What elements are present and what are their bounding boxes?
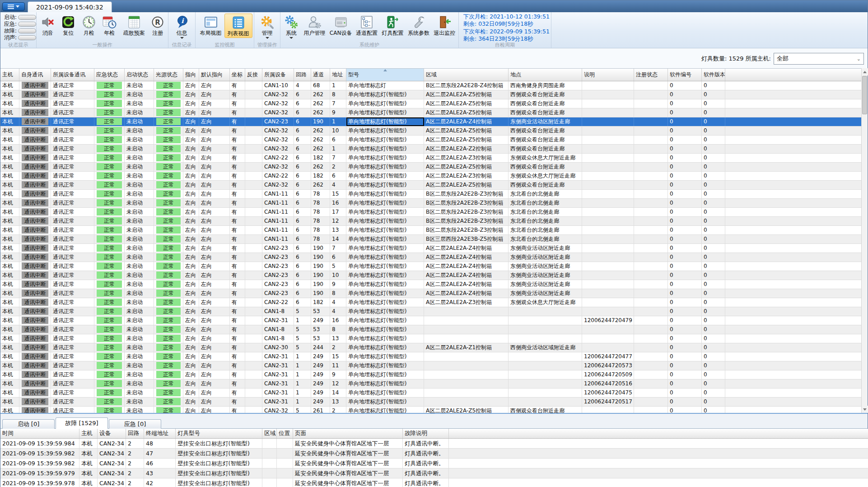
fault-column-header-device[interactable]: 设备 [98,429,126,438]
column-header-host[interactable]: 主机 [0,69,19,81]
app-menu-button[interactable] [2,2,25,11]
table-row[interactable]: 本机通讯中断通讯正常正常未启动正常左向左向有CAN2-23619010单向地埋标… [0,271,862,280]
table-row[interactable]: 本机通讯中断通讯正常正常未启动正常左向左向有CAN1-1167817单向地埋标志… [0,208,862,217]
table-row[interactable]: 本机通讯中断通讯正常正常未启动正常左向左向有CAN2-2361901单向地埋标志… [0,117,862,126]
column-header-loop[interactable]: 回路 [294,69,311,81]
table-row[interactable]: 本机通讯中断通讯正常正常未启动正常左向左向有CAN1-85534单向地埋标志灯(… [0,307,862,316]
table-row[interactable]: 本机通讯中断通讯正常正常未启动正常左向左向有CAN2-31124912单向地埋标… [0,379,862,389]
scrollbar-thumb[interactable] [862,76,867,114]
table-row[interactable]: 本机通讯中断通讯正常正常未启动正常左向左向有CAN2-32626210单向地埋标… [0,126,862,136]
column-header-light_source[interactable]: 光源状态 [154,69,183,81]
table-row[interactable]: 本机通讯中断通讯正常正常未启动正常左向左向有CAN1-855313单向地埋标志灯… [0,334,862,343]
scroll-down-button[interactable] [862,406,868,413]
column-header-model[interactable]: 型号 [346,69,424,81]
fault-row[interactable]: 2021-09-09 15:39:59.984本机CAN2-34248壁挂安全出… [0,439,868,449]
column-header-device_comm[interactable]: 所属设备通讯 [51,69,94,81]
table-row[interactable]: 本机通讯中断通讯正常正常未启动正常左向左向有CAN2-31124914单向地埋标… [0,389,862,398]
layout-view-button[interactable]: 布局视图 [197,14,224,37]
tab-fault[interactable]: 故障 [1529] [56,417,108,429]
annual-check-button[interactable]: 年检 [99,14,120,37]
fault-row[interactable]: 2021-09-09 15:39:59.982本机CAN2-34246壁挂安全出… [0,459,868,468]
table-row[interactable]: 本机通讯中断通讯正常正常未启动正常左向左向有CAN2-3052442单向地埋标志… [0,343,862,352]
column-header-note[interactable]: 说明 [582,69,634,81]
fault-column-header-area[interactable]: 区域 [262,429,277,438]
column-header-device[interactable]: 所属设备 [262,69,294,81]
column-header-addr[interactable]: 地址 [330,69,346,81]
table-row[interactable]: 本机通讯中断通讯正常正常未启动正常左向左向有CAN2-3252612单向地埋标志… [0,407,862,413]
mute-button[interactable]: 消音 [37,14,58,37]
fault-column-header-model[interactable]: 灯具型号 [176,429,262,438]
column-header-self_comm[interactable]: 自身通讯 [19,69,51,81]
fault-row[interactable]: 2021-09-09 15:39:59.979本机CAN2-34243壁挂安全出… [0,468,868,478]
table-row[interactable]: 本机通讯中断通讯正常正常未启动正常左向左向有CAN2-3262626单向地埋标志… [0,136,862,145]
datetime-tab[interactable]: 2021-09-09 15:40:32 [28,1,112,12]
table-row[interactable]: 本机通讯中断通讯正常正常未启动正常左向左向有CAN2-2261824单向地埋标志… [0,298,862,307]
fault-row[interactable]: 2021-09-09 15:39:59.982本机CAN2-34247壁挂安全出… [0,449,868,459]
fault-column-header-loop[interactable]: 回路 [126,429,144,438]
table-row[interactable]: 本机通讯中断通讯正常正常未启动正常左向左向有CAN2-31124911单向地埋标… [0,361,862,370]
table-row[interactable]: 本机通讯中断通讯正常正常未启动正常左向左向有CAN2-2361905单向地埋标志… [0,262,862,271]
table-row[interactable]: 本机通讯中断通讯正常正常未启动正常左向左向有CAN2-31124915单向地埋标… [0,352,862,361]
fault-column-header-time[interactable]: 时间 [0,429,79,438]
tab-start[interactable]: 启动 [0] [2,419,55,429]
table-row[interactable]: 本机通讯中断通讯正常正常未启动正常左向左向有CAN1-1167816单向地埋标志… [0,199,862,208]
fault-row[interactable]: 2021-09-09 15:39:59.978本机CAN2-34242壁挂安全出… [0,478,868,487]
system-params-button[interactable]: 系统参数 [406,14,431,37]
fault-column-header-desc[interactable]: 故障说明 [403,429,449,438]
exit-monitor-button[interactable]: 退出监控 [432,14,457,37]
column-header-channel[interactable]: 通道 [311,69,330,81]
table-row[interactable]: 本机通讯中断通讯正常正常未启动正常左向左向有CAN2-3262622单向地埋标志… [0,163,862,172]
fault-column-header-pos[interactable]: 位置 [277,429,293,438]
tab-emergency[interactable]: 应急 [0] [109,419,161,429]
table-row[interactable]: 本机通讯中断通讯正常正常未启动正常左向左向有CAN2-31124913单向地埋标… [0,398,862,407]
column-header-software_ver[interactable]: 软件版本 [702,69,725,81]
column-header-location[interactable]: 地点 [509,69,582,81]
info-button[interactable]: i 信息 [171,14,193,40]
reset-button[interactable]: 复位 [58,14,79,37]
table-row[interactable]: 本机通讯中断通讯正常正常未启动正常左向左向有CAN2-2361907单向地埋标志… [0,244,862,253]
manage-button[interactable]: 管理 [256,14,279,40]
user-management-button[interactable]: 用户管理 [301,14,328,37]
table-row[interactable]: 本机通讯中断通讯正常正常未启动正常左向左向有CAN2-3262628单向地埋标志… [0,90,862,99]
table-row[interactable]: 本机通讯中断通讯正常正常未启动正常左向左向有CAN2-2361909单向地埋标志… [0,280,862,289]
table-row[interactable]: 本机通讯中断通讯正常正常未启动正常左向左向有CAN1-1167813单向地埋标志… [0,226,862,235]
table-row[interactable]: 本机通讯中断通讯正常正常未启动正常左向左向有CAN1-1167812单向地埋标志… [0,217,862,226]
table-row[interactable]: 本机通讯中断通讯正常正常未启动正常左向左向有CAN2-3262629单向地埋标志… [0,108,862,117]
fault-column-header-addr[interactable]: 终端地址 [144,429,176,438]
column-header-reverse[interactable]: 反接 [245,69,262,81]
fault-column-header-host[interactable]: 主机 [79,429,98,438]
table-row[interactable]: 本机通讯中断通讯正常正常未启动正常左向左向有CAN2-31124916单向地埋标… [0,316,862,325]
column-header-coord[interactable]: 坐标 [230,69,245,81]
column-header-software_no[interactable]: 软件编号 [668,69,702,81]
host-filter-dropdown[interactable]: 全部 ⌄ [774,53,864,65]
column-header-area[interactable]: 区域 [424,69,509,81]
table-row[interactable]: 本机通讯中断通讯正常正常未启动正常左向左向有CAN1-104681单向地埋标志灯… [0,81,862,90]
evacuation-plan-button[interactable]: 疏散预案 [120,14,148,37]
column-header-default_direction[interactable]: 默认指向 [199,69,230,81]
table-row[interactable]: 本机通讯中断通讯正常正常未启动正常左向左向有CAN1-1167815单向地埋标志… [0,190,862,199]
table-row[interactable]: 本机通讯中断通讯正常正常未启动正常左向左向有CAN2-3112499单向地埋标志… [0,370,862,379]
list-view-button[interactable]: 列表视图 [224,14,252,38]
vertical-scrollbar[interactable] [861,68,868,413]
table-row[interactable]: 本机通讯中断通讯正常正常未启动正常左向左向有CAN2-2261827单向地埋标志… [0,154,862,163]
table-row[interactable]: 本机通讯中断通讯正常正常未启动正常左向左向有CAN2-2361908单向地埋标志… [0,289,862,298]
table-row[interactable]: 本机通讯中断通讯正常正常未启动正常左向左向有CAN2-2261826单向地埋标志… [0,172,862,181]
channel-config-button[interactable]: 通道配置 [354,14,379,37]
table-row[interactable]: 本机通讯中断通讯正常正常未启动正常左向左向有CAN1-1167814单向地埋标志… [0,235,862,244]
table-row[interactable]: 本机通讯中断通讯正常正常未启动正常左向左向有CAN2-3262624单向地埋标志… [0,181,862,190]
system-button[interactable]: 系统 [281,14,301,40]
table-row[interactable]: 本机通讯中断通讯正常正常未启动正常左向左向有CAN2-2361906单向地埋标志… [0,253,862,262]
table-row[interactable]: 本机通讯中断通讯正常正常未启动正常左向左向有CAN2-3262627单向地埋标志… [0,99,862,108]
monthly-check-button[interactable]: 月检 [79,14,99,37]
lamp-config-button[interactable]: 灯具配置 [380,14,406,37]
table-row[interactable]: 本机通讯中断通讯正常正常未启动正常左向左向有CAN2-3262621单向地埋标志… [0,145,862,154]
table-row[interactable]: 本机通讯中断通讯正常正常未启动正常左向左向有CAN1-85538单向地埋标志灯(… [0,325,862,334]
scroll-up-button[interactable] [862,68,868,75]
fault-column-header-page[interactable]: 页面 [293,429,403,438]
can-device-button[interactable]: CAN设备 [328,14,354,37]
register-button[interactable]: R 注册 [148,14,167,37]
column-header-emergency[interactable]: 应急状态 [94,69,125,81]
column-header-direction[interactable]: 指向 [183,69,199,81]
column-header-register_state[interactable]: 注册状态 [634,69,668,81]
column-header-startup[interactable]: 启动状态 [125,69,154,81]
